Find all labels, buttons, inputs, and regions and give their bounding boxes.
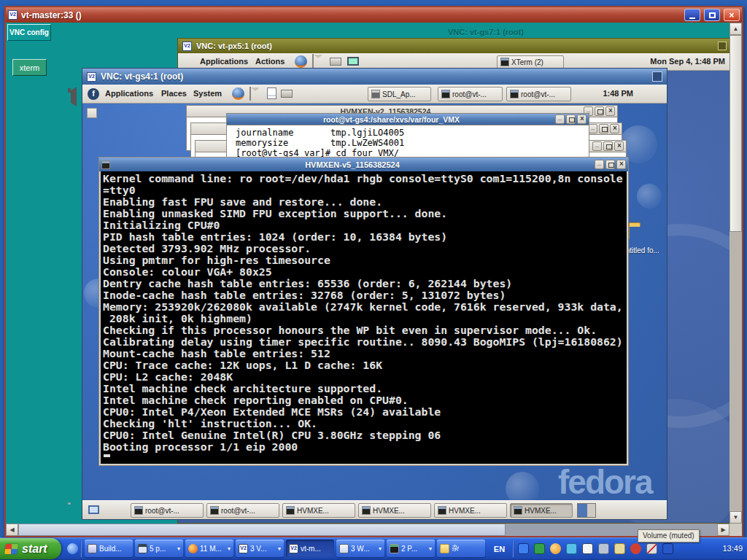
vnc-config-title: VNC config [9, 28, 49, 36]
horizontal-scroll-thumb[interactable] [18, 524, 506, 536]
task-button-terminal-group[interactable]: 2 P... ▾ [387, 540, 435, 557]
close-button[interactable] [577, 114, 587, 124]
terminal-icon [441, 90, 450, 98]
menu-actions[interactable]: Actions [255, 57, 285, 66]
firefox-icon[interactable] [232, 88, 244, 100]
explorer-icon [339, 544, 349, 553]
vnc-server-icon[interactable] [582, 543, 593, 554]
fedora-menu-icon[interactable]: f [88, 88, 99, 100]
maximize-button[interactable] [605, 160, 615, 169]
taskbar-button-root-terminal-2[interactable]: root@vt-... [206, 503, 279, 518]
document-icon[interactable] [267, 88, 276, 99]
close-button[interactable] [616, 160, 626, 169]
window-menu-button[interactable] [652, 71, 662, 82]
taskbar-divider [80, 540, 82, 557]
minimize-button[interactable] [684, 9, 700, 21]
email-icon[interactable] [249, 87, 251, 101]
scroll-down-arrow[interactable]: ▼ [729, 511, 742, 524]
printer-icon[interactable] [330, 58, 341, 66]
four-vmx-titlebar[interactable]: root@vt-gs4:/share/xvs/var/four_VMX [226, 113, 589, 125]
active-workspace[interactable] [578, 504, 587, 517]
task-button-build[interactable]: Build... [85, 540, 133, 557]
close-button[interactable] [605, 106, 615, 116]
chat-icon[interactable] [566, 543, 577, 554]
vt-gs4-titlebar[interactable]: VNC: vt-gs4:1 (root) [82, 69, 667, 85]
update-icon[interactable] [550, 543, 561, 554]
vt-gs7-window-title[interactable]: VNC: vt-gs7:1 (root) [448, 28, 524, 36]
volume-icon[interactable] [71, 87, 77, 106]
vt-master-titlebar[interactable]: vt-master:33 () × [6, 7, 742, 23]
network-icon[interactable] [518, 543, 529, 554]
taskbar-button-hvmxen-2[interactable]: HVMXE... [358, 503, 431, 518]
maximize-button[interactable] [603, 141, 613, 151]
workspace-switcher[interactable] [577, 503, 596, 518]
task-button-folder[interactable]: 杂 [437, 540, 485, 557]
hvmxen-v5-titlebar[interactable]: HVMXEN-v5_1156382524 [99, 158, 628, 171]
vt-px5-titlebar[interactable]: VNC: vt-px5:1 (root) [178, 39, 729, 53]
minimize-button[interactable] [595, 160, 604, 169]
task-label: Build... [99, 545, 128, 553]
menu-applications[interactable]: Applications [105, 89, 153, 98]
menu-system[interactable]: System [193, 89, 222, 98]
window-list-root-terminal-1[interactable]: root@vt-... [438, 87, 503, 101]
task-button-putty-group[interactable]: 5 p... ▾ [135, 540, 183, 557]
taskbar-button-label: HVMXE... [449, 507, 481, 515]
email-icon[interactable] [312, 54, 314, 68]
close-button[interactable] [610, 124, 619, 133]
show-desktop-icon[interactable] [88, 505, 99, 514]
maximize-button[interactable] [599, 124, 608, 133]
taskbar-button-hvmxen-3[interactable]: HVMXE... [434, 503, 507, 518]
volume-muted-icon[interactable] [646, 543, 657, 554]
terminal-cursor [104, 454, 110, 457]
task-label: 5 p... [150, 545, 175, 553]
vnc-config-window[interactable]: VNC config [7, 24, 51, 41]
display-icon[interactable] [347, 57, 359, 66]
taskbar-button-hvmxen-1[interactable]: HVMXE... [282, 503, 355, 518]
menu-applications[interactable]: Applications [200, 57, 248, 66]
maximize-button[interactable] [704, 9, 720, 21]
close-button[interactable]: × [724, 9, 740, 21]
window-list-root-terminal-2[interactable]: root@vt-... [506, 87, 571, 101]
gs4-clock[interactable]: 1:48 PM [603, 89, 633, 98]
ime-icon[interactable] [662, 543, 673, 554]
window-list-xterm[interactable]: XTerm (2) [497, 55, 564, 69]
security-icon[interactable] [630, 543, 641, 554]
resize-corner[interactable] [729, 524, 742, 536]
menu-places[interactable]: Places [161, 89, 187, 98]
task-button-vnc-group[interactable]: 3 V... ▾ [236, 540, 284, 557]
xterm-icon-button[interactable]: xterm [12, 59, 47, 76]
language-indicator[interactable]: EN [490, 540, 508, 557]
antivirus-shield-icon[interactable] [534, 543, 545, 554]
task-button-explorer-group[interactable]: 3 W... ▾ [336, 540, 384, 557]
vertical-scrollbar[interactable]: ▲ ▼ [729, 23, 742, 524]
minimize-button[interactable] [555, 114, 565, 124]
display-icon[interactable] [598, 543, 609, 554]
px5-clock[interactable]: Mon Sep 4, 1:48 PM [650, 57, 725, 66]
minimize-button[interactable] [592, 141, 602, 151]
printer-icon[interactable] [281, 90, 293, 98]
terminal-icon [438, 506, 446, 515]
taskbar-button-root-terminal-1[interactable]: root@vt-... [131, 503, 204, 518]
clipboard-icon[interactable] [614, 543, 625, 554]
web-browser-icon[interactable] [295, 55, 307, 68]
scroll-right-arrow[interactable]: ▶ [717, 524, 729, 536]
task-label: 11 M... [200, 545, 225, 553]
vertical-scroll-thumb[interactable] [729, 35, 742, 232]
scroll-left-arrow[interactable]: ◀ [6, 524, 18, 536]
window-list-sdl-app[interactable]: SDL_Ap... [368, 87, 431, 101]
scroll-up-arrow[interactable]: ▲ [729, 23, 742, 35]
task-button-browser-group[interactable]: 11 M... ▾ [185, 540, 233, 557]
window-menu-button[interactable] [718, 42, 727, 50]
hvmxen-v5-terminal-screen[interactable]: Kernel command line: ro root=/dev/hda1 r… [101, 171, 627, 464]
start-button[interactable]: start [0, 538, 61, 559]
taskbar-button-hvmxen-4-active[interactable]: HVMXE... [510, 503, 573, 518]
horizontal-scrollbar[interactable]: ◀ ▶ [6, 524, 729, 536]
taskbar-button-label: root@vt-... [145, 507, 179, 515]
close-button[interactable] [614, 141, 624, 151]
maximize-button[interactable] [595, 106, 604, 116]
quick-launch-icon[interactable] [67, 543, 78, 554]
task-button-vt-master-active[interactable]: vt-m... [286, 540, 334, 557]
hvmxen-v5-title: HVMXEN-v5_1156382524 [112, 160, 593, 169]
xp-clock[interactable]: 13:49 [722, 544, 743, 553]
maximize-button[interactable] [566, 114, 576, 124]
